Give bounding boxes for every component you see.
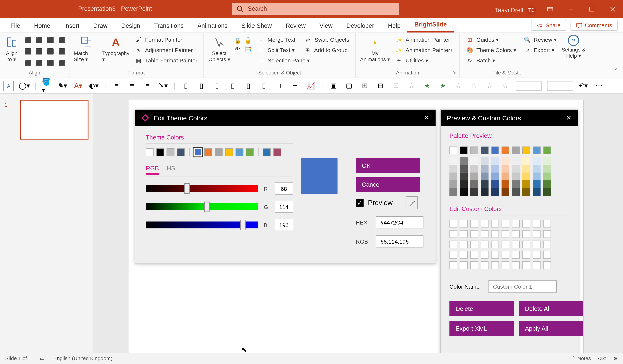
custom-color-slot[interactable] bbox=[460, 220, 468, 227]
tab-insert[interactable]: Insert bbox=[57, 19, 87, 33]
review-button[interactable]: 🔍Review ▾ bbox=[522, 35, 558, 44]
custom-color-slot[interactable] bbox=[449, 230, 457, 238]
custom-color-slot[interactable] bbox=[460, 230, 468, 238]
palette-swatch[interactable] bbox=[512, 146, 520, 154]
custom-color-slot[interactable] bbox=[481, 230, 489, 238]
merge-text-button[interactable]: ≡Merge Text bbox=[256, 35, 297, 44]
tab-transitions[interactable]: Transitions bbox=[147, 19, 191, 33]
tab-slideshow[interactable]: Slide Show bbox=[234, 19, 279, 33]
cancel-button[interactable]: Cancel bbox=[356, 177, 420, 192]
palette-swatch[interactable] bbox=[522, 180, 530, 188]
palette-swatch[interactable] bbox=[522, 157, 530, 165]
rgb-text-value[interactable]: 68,114,196 bbox=[376, 235, 423, 248]
qat-fill-icon[interactable]: 🪣▾ bbox=[42, 81, 52, 91]
custom-color-slot[interactable] bbox=[470, 220, 478, 227]
custom-color-slot[interactable] bbox=[470, 251, 478, 259]
qat-dist-h-icon[interactable]: ⫞ bbox=[274, 81, 285, 91]
custom-color-slot[interactable] bbox=[502, 230, 509, 238]
guides-button[interactable]: ⊞Guides ▾ bbox=[464, 35, 518, 44]
palette-swatch[interactable] bbox=[533, 146, 540, 154]
custom-color-slot[interactable] bbox=[481, 241, 489, 248]
tab-developer[interactable]: Developer bbox=[339, 19, 381, 33]
palette-swatch[interactable] bbox=[543, 188, 551, 196]
tab-draw[interactable]: Draw bbox=[86, 19, 114, 33]
custom-color-slot[interactable] bbox=[470, 230, 478, 238]
palette-swatch[interactable] bbox=[470, 188, 478, 196]
qat-align-left-icon[interactable]: ≡ bbox=[111, 81, 122, 91]
unlock-icon[interactable]: 🔓 bbox=[244, 37, 252, 44]
custom-color-slot[interactable] bbox=[470, 261, 478, 269]
dialog2-close-icon[interactable]: ✕ bbox=[566, 114, 572, 122]
qat-objalign-4-icon[interactable]: ▯ bbox=[227, 81, 238, 91]
r-slider[interactable] bbox=[146, 185, 258, 192]
align-bottom-icon[interactable]: ⬛ bbox=[45, 46, 55, 56]
qat-star2-icon[interactable]: ★ bbox=[422, 81, 432, 91]
share-button[interactable]: Share bbox=[531, 20, 566, 31]
distribute-h-icon[interactable]: ⬛ bbox=[56, 35, 67, 45]
status-language[interactable]: English (United Kingdom) bbox=[53, 355, 112, 361]
theme-swatch[interactable] bbox=[263, 148, 271, 156]
typography-button[interactable]: A Typography ▾ bbox=[102, 35, 130, 62]
qat-textbox-icon[interactable]: A bbox=[3, 81, 14, 91]
table-format-painter-button[interactable]: ▦Table Format Painter bbox=[133, 55, 199, 65]
qat-align-right-icon[interactable]: ≡ bbox=[142, 81, 153, 91]
palette-swatch[interactable] bbox=[543, 165, 551, 172]
qat-effects-icon[interactable]: ◐▾ bbox=[89, 81, 99, 91]
qat-star6-icon[interactable]: ☆ bbox=[485, 81, 495, 91]
custom-color-slot[interactable] bbox=[543, 230, 551, 238]
palette-swatch[interactable] bbox=[460, 188, 468, 196]
palette-swatch[interactable] bbox=[512, 157, 520, 165]
qat-objalign-3-icon[interactable]: ▯ bbox=[212, 81, 222, 91]
animation-dialog-launcher-icon[interactable]: ↘ bbox=[452, 69, 456, 75]
palette-swatch[interactable] bbox=[470, 180, 478, 188]
g-slider[interactable] bbox=[146, 203, 258, 210]
theme-swatch[interactable] bbox=[194, 148, 202, 156]
custom-color-slot[interactable] bbox=[491, 261, 499, 269]
status-slide[interactable]: Slide 1 of 1 bbox=[5, 355, 31, 361]
palette-swatch[interactable] bbox=[460, 157, 468, 165]
palette-swatch[interactable] bbox=[502, 180, 509, 188]
custom-color-slot[interactable] bbox=[522, 261, 530, 269]
palette-swatch[interactable] bbox=[449, 157, 457, 165]
user-area[interactable]: Taavi Drell TD bbox=[495, 5, 536, 15]
align-middle-icon[interactable]: ⬛ bbox=[34, 46, 44, 56]
palette-swatch[interactable] bbox=[481, 165, 489, 172]
custom-color-slot[interactable] bbox=[543, 261, 551, 269]
align-b-icon[interactable]: ⬛ bbox=[34, 57, 44, 68]
qat-star3-icon[interactable]: ★ bbox=[438, 81, 448, 91]
palette-swatch[interactable] bbox=[481, 180, 489, 188]
layers-icon[interactable]: 📑 bbox=[244, 45, 252, 53]
tab-review[interactable]: Review bbox=[279, 19, 312, 33]
palette-swatch[interactable] bbox=[522, 165, 530, 172]
qat-dropdown-1[interactable] bbox=[516, 81, 542, 90]
hex-value[interactable]: #4472C4 bbox=[376, 216, 423, 229]
custom-color-slot[interactable] bbox=[522, 230, 530, 238]
custom-color-slot[interactable] bbox=[512, 251, 520, 259]
my-animations-button[interactable]: ★ My Animations ▾ bbox=[360, 35, 390, 62]
qat-objalign-1-icon[interactable]: ▯ bbox=[180, 81, 191, 91]
palette-swatch[interactable] bbox=[512, 188, 520, 196]
palette-swatch[interactable] bbox=[449, 188, 457, 196]
custom-color-slot[interactable] bbox=[512, 230, 520, 238]
palette-swatch[interactable] bbox=[533, 188, 540, 196]
palette-swatch[interactable] bbox=[481, 188, 489, 196]
swap-objects-button[interactable]: ⇄Swap Objects bbox=[302, 35, 351, 44]
custom-color-slot[interactable] bbox=[491, 230, 499, 238]
slide-thumbnail-1[interactable] bbox=[21, 100, 89, 140]
palette-swatch[interactable] bbox=[449, 180, 457, 188]
custom-color-slot[interactable] bbox=[533, 251, 540, 259]
b-value[interactable]: 196 bbox=[274, 219, 293, 231]
qat-star4-icon[interactable]: ☆ bbox=[453, 81, 464, 91]
custom-color-slot[interactable] bbox=[481, 220, 489, 227]
theme-swatch[interactable] bbox=[204, 148, 212, 156]
palette-swatch[interactable] bbox=[522, 188, 530, 196]
animation-painter-button[interactable]: ✨Animation Painter bbox=[394, 35, 455, 44]
apply-all-button[interactable]: Apply All bbox=[519, 321, 583, 336]
palette-swatch[interactable] bbox=[481, 146, 489, 154]
theme-swatch[interactable] bbox=[225, 148, 233, 156]
select-objects-button[interactable]: Select Objects ▾ bbox=[208, 35, 230, 62]
batch-button[interactable]: ↻Batch ▾ bbox=[464, 55, 518, 65]
align-to-button[interactable]: Align to ▾ bbox=[4, 35, 19, 62]
eyedropper-button[interactable] bbox=[406, 196, 418, 209]
tab-file[interactable]: File bbox=[3, 19, 27, 33]
